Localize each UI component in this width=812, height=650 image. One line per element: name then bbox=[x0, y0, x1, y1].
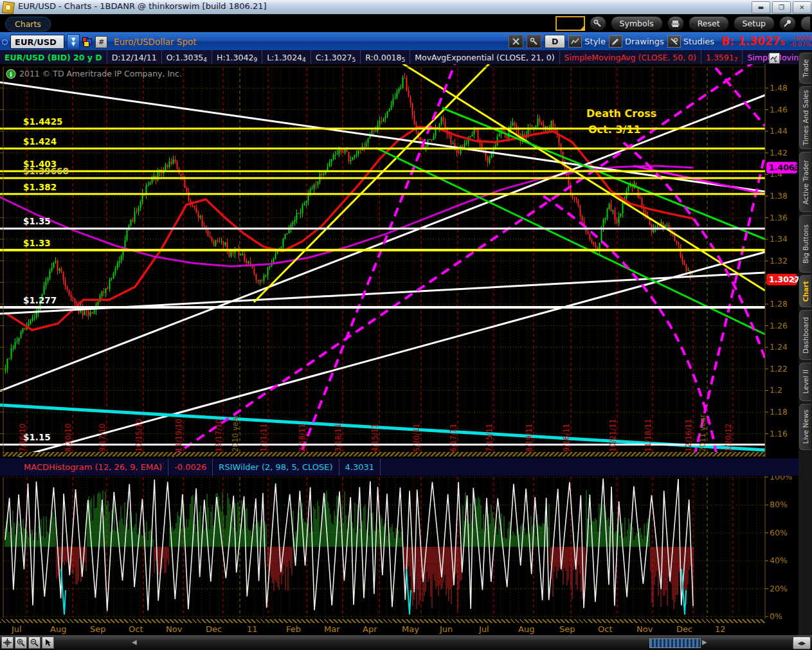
zoom-in-icon[interactable] bbox=[15, 636, 27, 649]
svg-text:$1.39668: $1.39668 bbox=[23, 166, 69, 176]
time-axis-label: Mar bbox=[324, 624, 340, 634]
scroll-left-icon[interactable]: ◀ bbox=[132, 638, 137, 645]
svg-text:5: 5 bbox=[793, 278, 797, 284]
svg-text:Death Cross: Death Cross bbox=[586, 107, 656, 120]
svg-text:12/17/10: 12/17/10 bbox=[214, 419, 223, 452]
data-line-cell: L: 1.30244 bbox=[262, 50, 311, 64]
color-swatch-button[interactable] bbox=[555, 16, 585, 31]
svg-text:2/18/11: 2/18/11 bbox=[298, 424, 307, 452]
close-button[interactable]: ✕ bbox=[793, 1, 811, 14]
symbol-dropdown-icon[interactable]: ▼▼ bbox=[67, 34, 80, 50]
time-axis-label: Sep bbox=[559, 624, 575, 634]
cursor-tool-icon[interactable] bbox=[42, 636, 54, 649]
tab-bar: Charts Symbols Reset Setup bbox=[0, 14, 812, 32]
change-values: -.0009-0.07% bbox=[788, 35, 811, 48]
time-axis-label: Nov bbox=[166, 624, 182, 634]
time-axis-label: Oct bbox=[129, 624, 143, 634]
time-axis-label: Aug bbox=[518, 624, 534, 634]
minimize-button[interactable]: ▬ bbox=[752, 1, 770, 14]
svg-text:$1.4425: $1.4425 bbox=[23, 116, 63, 127]
bottom-toolbar: ◀ ▶ ◀▶ bbox=[0, 635, 812, 650]
pin-icon[interactable] bbox=[779, 16, 796, 31]
svg-text:9/17/10: 9/17/10 bbox=[98, 424, 107, 452]
interval-button[interactable]: D bbox=[545, 35, 565, 48]
svg-text:8/20/10: 8/20/10 bbox=[64, 424, 73, 452]
wrench-icon[interactable] bbox=[590, 16, 606, 31]
svg-text:5/20/11: 5/20/11 bbox=[412, 424, 421, 452]
svg-text:i: i bbox=[10, 71, 12, 78]
symbols-button[interactable]: Symbols bbox=[611, 16, 663, 31]
zoom-out-icon[interactable] bbox=[28, 636, 41, 649]
setup-button[interactable]: Setup bbox=[734, 16, 775, 31]
pan-tool-icon[interactable] bbox=[1, 636, 14, 649]
symbol-description: Euro/USDollar Spot bbox=[114, 37, 197, 47]
time-axis-label: Oct bbox=[598, 624, 612, 634]
sidebar-tab-dashboard[interactable]: Dashboard bbox=[799, 310, 811, 360]
reset-button[interactable]: Reset bbox=[689, 16, 729, 31]
sidebar-tab-chart[interactable]: Chart bbox=[799, 275, 811, 307]
drawings-button[interactable]: Drawings bbox=[609, 35, 664, 48]
hash-button[interactable]: # bbox=[95, 36, 107, 48]
time-axis-label: Sep bbox=[90, 624, 106, 634]
svg-text:1.48: 1.48 bbox=[770, 83, 788, 93]
right-gadget-sidebar: TradeTimes And SalesActive TraderBig But… bbox=[798, 51, 812, 635]
svg-text:1.2: 1.2 bbox=[770, 385, 782, 395]
study-header-cell[interactable]: MACDHistogram (12, 26, 9, EMA) bbox=[18, 458, 168, 476]
svg-text:9/16/11: 9/16/11 bbox=[562, 424, 571, 452]
price-axis: 1.481.461.441.421.41.381.361.341.321.31.… bbox=[765, 64, 798, 457]
axis-hatch bbox=[0, 619, 765, 623]
detach-chart-icon[interactable] bbox=[769, 53, 780, 64]
lower-study-pane[interactable]: 100%80%60%40%20%0% bbox=[0, 476, 798, 619]
panel-expand-icon[interactable]: ◀▶ bbox=[793, 636, 811, 649]
svg-text:10/15/10: 10/15/10 bbox=[134, 419, 143, 452]
symbol-input[interactable]: EUR/USD bbox=[10, 35, 64, 49]
main-price-chart[interactable]: $1.4425$1.424$1.403$1.39668$1.382$1.35$1… bbox=[0, 64, 798, 457]
link-color-icon[interactable] bbox=[82, 37, 93, 47]
sidebar-tab-big-buttons[interactable]: Big Buttons bbox=[799, 215, 811, 273]
printer-icon[interactable] bbox=[667, 16, 684, 31]
studies-icon bbox=[667, 35, 681, 48]
sidebar-tab-live-news[interactable]: Live News bbox=[799, 404, 811, 450]
thinkorswim-window: EUR/USD - Charts - 1BDANR @ thinkorswim … bbox=[0, 0, 812, 650]
svg-text:1.26: 1.26 bbox=[770, 321, 788, 330]
tab-charts[interactable]: Charts bbox=[5, 17, 51, 32]
wrench-small-icon[interactable] bbox=[527, 35, 541, 48]
svg-text:2011 © TD Ameritrade IP Compan: 2011 © TD Ameritrade IP Company, Inc. bbox=[19, 69, 182, 78]
app-icon bbox=[2, 1, 15, 14]
time-scrollbar-thumb[interactable] bbox=[649, 638, 701, 648]
data-line-cell: MovAvgExponential (CLOSE, 21, 0) bbox=[410, 50, 559, 64]
time-axis-label: Aug bbox=[50, 624, 66, 634]
study-header-cell[interactable]: 4.3031 bbox=[339, 458, 381, 476]
sidebar-tab-trade[interactable]: Trade bbox=[799, 53, 811, 84]
svg-text:6: 6 bbox=[793, 166, 797, 172]
sidebar-tab-active-trader[interactable]: Active Trader bbox=[799, 152, 811, 212]
svg-text:1.28: 1.28 bbox=[770, 299, 788, 309]
clipped-button[interactable] bbox=[800, 16, 811, 31]
svg-text:1.36: 1.36 bbox=[770, 213, 788, 222]
data-line-cell: H: 1.30429 bbox=[212, 50, 262, 64]
study-header-cell[interactable]: RSIWilder (2, 98, 5, CLOSE) bbox=[213, 458, 339, 476]
data-line-cell: EUR/USD (BID) 20 y D bbox=[0, 50, 107, 64]
study-header-cell[interactable]: -0.0026 bbox=[168, 458, 213, 476]
svg-text:12/16/11: 12/16/11 bbox=[684, 419, 693, 452]
time-axis-label: Jul bbox=[12, 624, 22, 634]
copyright-note: i2011 © TD Ameritrade IP Company, Inc. bbox=[6, 69, 182, 78]
time-axis-label: Nov bbox=[636, 624, 653, 634]
studies-button[interactable]: Studies bbox=[667, 35, 714, 48]
sidebar-tab-level-ii[interactable]: Level II bbox=[799, 363, 811, 401]
svg-text:Oct. 3/11: Oct. 3/11 bbox=[588, 123, 641, 136]
tools-icon[interactable] bbox=[509, 35, 523, 48]
data-line-cell: R: 0.00185 bbox=[361, 50, 410, 64]
symbol-bar: EUR/USD ▼▼ # Euro/USDollar Spot D Style bbox=[0, 32, 812, 50]
svg-text:8/19/11: 8/19/11 bbox=[525, 424, 534, 452]
svg-text:3/18/11: 3/18/11 bbox=[334, 424, 343, 452]
scroll-right-icon[interactable]: ▶ bbox=[702, 638, 707, 645]
style-button[interactable]: Style bbox=[568, 35, 606, 48]
svg-text:1.34: 1.34 bbox=[770, 234, 788, 244]
restore-button[interactable]: ❐ bbox=[772, 1, 791, 14]
svg-text:1/20/12: 1/20/12 bbox=[724, 424, 733, 452]
svg-text:80%: 80% bbox=[770, 500, 788, 509]
sidebar-tab-times-and-sales[interactable]: Times And Sales bbox=[799, 86, 811, 149]
pencil-icon bbox=[609, 35, 622, 48]
svg-text:$1.382: $1.382 bbox=[23, 182, 57, 192]
